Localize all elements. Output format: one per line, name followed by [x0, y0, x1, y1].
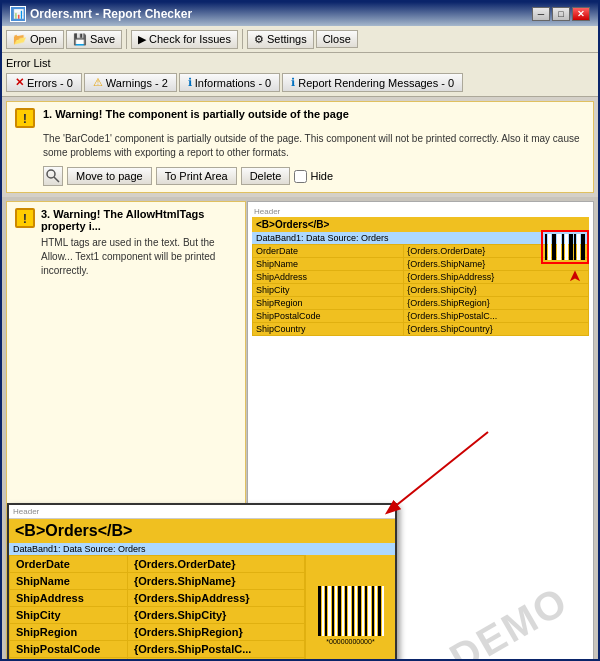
zoomed-field-name-5: ShipPostalCode [10, 641, 128, 658]
app-icon: 📊 [10, 6, 26, 22]
close-window-button[interactable]: ✕ [572, 7, 590, 21]
zoomed-table: OrderDate{Orders.OrderDate}ShipName{Orde… [9, 555, 305, 661]
warning2-icon: ! [15, 208, 35, 228]
report-field-name-4: ShipRegion [253, 297, 404, 310]
svg-line-2 [388, 432, 488, 512]
informations-tab[interactable]: ℹ Informations - 0 [179, 73, 280, 92]
zoomed-field-value-0: {Orders.OrderDate} [128, 556, 305, 573]
warning-card-1: ! 1. Warning! The component is partially… [6, 101, 594, 193]
zoomed-barcode-cell: *00000000000* [305, 555, 395, 661]
report-header-band-small: <B>Orders</B> [252, 217, 589, 232]
report-header-label-small: Header [252, 206, 589, 217]
report-field-value-2: {Orders.ShipAddress} [404, 271, 589, 284]
open-icon: 📂 [13, 33, 27, 46]
demo-watermark: DEMO [442, 578, 575, 661]
svg-line-1 [54, 177, 59, 182]
report-field-value-3: {Orders.ShipCity} [404, 284, 589, 297]
zoomed-field-name-2: ShipAddress [10, 590, 128, 607]
zoomed-field-name-1: ShipName [10, 573, 128, 590]
zoomed-field-value-1: {Orders.ShipName} [128, 573, 305, 590]
warnings-icon: ⚠ [93, 76, 103, 89]
warning1-icon: ! [15, 108, 35, 128]
zoomed-barcode-bars [318, 586, 384, 636]
titlebar-left: 📊 Orders.mrt - Report Checker [10, 6, 192, 22]
zoomed-field-value-2: {Orders.ShipAddress} [128, 590, 305, 607]
report-rendering-icon: ℹ [291, 76, 295, 89]
zoomed-preview: Header <B>Orders</B> DataBand1: Data Sou… [7, 503, 397, 661]
check-button[interactable]: ▶ Check for Issues [131, 30, 238, 49]
barcode-bars-small [543, 232, 587, 262]
maximize-button[interactable]: □ [552, 7, 570, 21]
to-print-area-button[interactable]: To Print Area [156, 167, 237, 185]
report-field-name-3: ShipCity [253, 284, 404, 297]
report-table-small: OrderDate{Orders.OrderDate}ShipName{Orde… [252, 244, 589, 336]
informations-icon: ℹ [188, 76, 192, 89]
zoom-arrow-svg [378, 422, 498, 522]
open-button[interactable]: 📂 Open [6, 30, 64, 49]
zoomed-field-value-3: {Orders.ShipCity} [128, 607, 305, 624]
zoomed-header-label: Header [9, 505, 395, 519]
zoomed-detail-band: DataBand1: Data Source: Orders [9, 543, 395, 555]
close-button[interactable]: Close [316, 30, 358, 48]
report-field-value-4: {Orders.ShipRegion} [404, 297, 589, 310]
errors-tab[interactable]: ✕ Errors - 0 [6, 73, 82, 92]
report-field-value-5: {Orders.ShipPostalC... [404, 310, 589, 323]
settings-button[interactable]: ⚙ Settings [247, 30, 314, 49]
report-rendering-tab[interactable]: ℹ Report Rendering Messages - 0 [282, 73, 463, 92]
search-icon [46, 169, 60, 183]
barcode-arrow: ➤ [565, 270, 584, 283]
report-field-name-2: ShipAddress [253, 271, 404, 284]
zoomed-barcode-number: *00000000000* [326, 638, 374, 645]
zoomed-field-value-6: {Orders.ShipCountry} [128, 658, 305, 662]
report-field-name-6: ShipCountry [253, 323, 404, 336]
check-icon: ▶ [138, 33, 146, 46]
report-field-name-0: OrderDate [253, 245, 404, 258]
svg-point-0 [47, 170, 55, 178]
save-button[interactable]: 💾 Save [66, 30, 122, 49]
error-list-section: Error List ✕ Errors - 0 ⚠ Warnings - 2 ℹ… [2, 53, 598, 97]
report-field-name-5: ShipPostalCode [253, 310, 404, 323]
toolbar: 📂 Open 💾 Save ▶ Check for Issues ⚙ Setti… [2, 26, 598, 53]
barcode-container-small [541, 230, 589, 264]
hide-checkbox[interactable] [294, 170, 307, 183]
zoomed-field-value-5: {Orders.ShipPostalC... [128, 641, 305, 658]
errors-icon: ✕ [15, 76, 24, 89]
zoomed-field-value-4: {Orders.ShipRegion} [128, 624, 305, 641]
main-window: 📊 Orders.mrt - Report Checker ─ □ ✕ 📂 Op… [0, 0, 600, 661]
report-field-value-6: {Orders.ShipCountry} [404, 323, 589, 336]
search-button[interactable] [43, 166, 63, 186]
titlebar: 📊 Orders.mrt - Report Checker ─ □ ✕ [2, 2, 598, 26]
warning1-actions: Move to page To Print Area Delete Hide [15, 166, 585, 186]
report-detail-label-small: DataBand1: Data Source: Orders [252, 232, 589, 244]
toolbar-separator-2 [242, 29, 243, 49]
settings-icon: ⚙ [254, 33, 264, 46]
hide-checkbox-container: Hide [294, 170, 333, 183]
warning1-title: 1. Warning! The component is partially o… [43, 108, 349, 120]
zoomed-field-name-4: ShipRegion [10, 624, 128, 641]
save-icon: 💾 [73, 33, 87, 46]
report-field-name-1: ShipName [253, 258, 404, 271]
warning2-title: 3. Warning! The AllowHtmlTags property i… [41, 208, 237, 232]
warning2-body: HTML tags are used in the text. But the … [15, 236, 237, 278]
warnings-tab[interactable]: ⚠ Warnings - 2 [84, 73, 177, 92]
warning1-header: ! 1. Warning! The component is partially… [15, 108, 585, 128]
zoomed-content: OrderDate{Orders.OrderDate}ShipName{Orde… [9, 555, 395, 661]
content-wrapper: ! 3. Warning! The AllowHtmlTags property… [2, 197, 598, 661]
minimize-button[interactable]: ─ [532, 7, 550, 21]
zoomed-field-name-3: ShipCity [10, 607, 128, 624]
warning1-body: The 'BarCode1' component is partially ou… [15, 132, 585, 160]
toolbar-separator-1 [126, 29, 127, 49]
move-to-page-button[interactable]: Move to page [67, 167, 152, 185]
zoomed-field-name-0: OrderDate [10, 556, 128, 573]
delete-button[interactable]: Delete [241, 167, 291, 185]
error-list-label: Error List [6, 55, 594, 71]
zoomed-field-name-6: ShipCountry [10, 658, 128, 662]
error-tabs: ✕ Errors - 0 ⚠ Warnings - 2 ℹ Informatio… [6, 71, 594, 94]
window-title: Orders.mrt - Report Checker [30, 7, 192, 21]
zoomed-header-band: <B>Orders</B> [9, 519, 395, 543]
titlebar-controls[interactable]: ─ □ ✕ [532, 7, 590, 21]
